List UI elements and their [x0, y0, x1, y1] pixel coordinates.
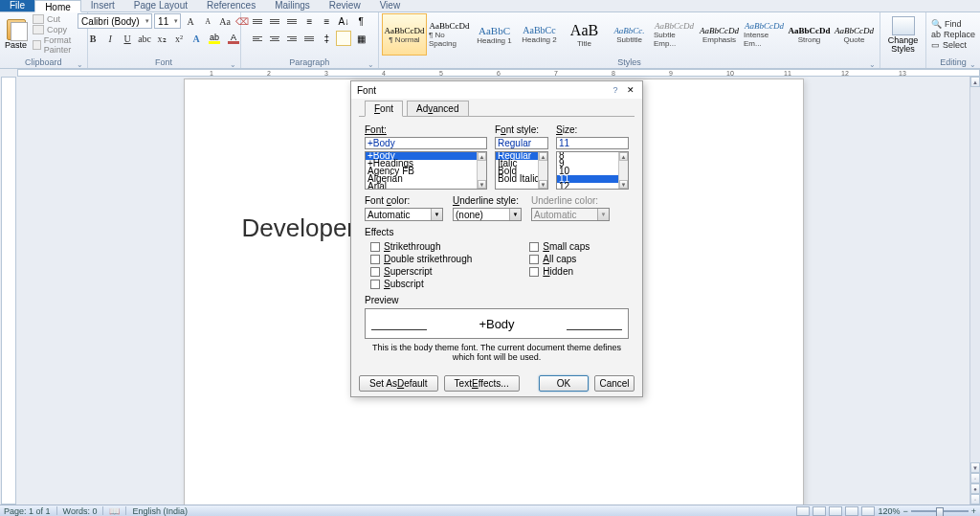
zoom-slider[interactable]: [911, 510, 969, 512]
select-button[interactable]: ▭Select: [929, 40, 977, 50]
size-listbox[interactable]: 89101112▲▼: [556, 151, 629, 190]
increase-indent-button[interactable]: ≡: [319, 13, 334, 29]
numbering-button[interactable]: [267, 13, 282, 29]
scroll-down-button[interactable]: ▼: [970, 462, 980, 473]
borders-button[interactable]: ▦: [353, 31, 368, 46]
tab-page-layout[interactable]: Page Layout: [124, 0, 197, 11]
list-item[interactable]: 8: [557, 152, 628, 160]
list-item[interactable]: Arial: [366, 183, 486, 190]
format-painter-button[interactable]: Format Painter: [31, 35, 84, 55]
dialog-help-button[interactable]: ?: [610, 85, 621, 95]
justify-button[interactable]: [301, 31, 317, 46]
zoom-in-button[interactable]: +: [971, 506, 976, 516]
sort-button[interactable]: A↓: [336, 13, 351, 29]
show-marks-button[interactable]: ¶: [353, 13, 368, 29]
superscript-button[interactable]: x²: [171, 31, 187, 46]
text-effects-button[interactable]: Text Effects...: [444, 375, 520, 392]
style-item-7[interactable]: AaBbCcDdEmphasis: [697, 13, 742, 56]
tab-review[interactable]: Review: [320, 0, 370, 11]
checkbox-small-caps[interactable]: Small caps: [529, 241, 590, 252]
align-left-button[interactable]: [250, 31, 265, 46]
line-spacing-button[interactable]: ‡: [319, 31, 334, 46]
cancel-button[interactable]: Cancel: [594, 375, 635, 392]
tab-file[interactable]: File: [0, 0, 34, 11]
list-item[interactable]: 12: [557, 183, 628, 190]
scroll-up-button[interactable]: ▲: [970, 77, 980, 87]
checkbox-all-caps[interactable]: All caps: [529, 254, 590, 264]
multilevel-button[interactable]: [284, 13, 300, 29]
bullets-button[interactable]: [250, 13, 265, 29]
style-item-5[interactable]: AaBbCc.Subtitle: [607, 13, 652, 56]
horizontal-ruler[interactable]: 12345678910111213: [17, 69, 980, 77]
bold-button[interactable]: B: [85, 31, 100, 46]
ok-button[interactable]: OK: [539, 375, 589, 392]
underline-style-dropdown[interactable]: (none)▼: [453, 208, 522, 221]
next-page-button[interactable]: ◦: [970, 494, 980, 505]
decrease-indent-button[interactable]: ≡: [301, 13, 317, 29]
status-words[interactable]: Words: 0: [63, 506, 98, 516]
paste-button[interactable]: Paste: [3, 17, 29, 52]
style-item-3[interactable]: AaBbCcHeading 2: [517, 13, 562, 56]
zoom-out-button[interactable]: −: [902, 506, 907, 516]
tab-view[interactable]: View: [370, 0, 411, 11]
font-color-dropdown[interactable]: Automatic▼: [365, 208, 443, 221]
vertical-ruler[interactable]: [1, 77, 16, 505]
style-item-9[interactable]: AaBbCcDdStrong: [787, 13, 832, 56]
style-item-1[interactable]: AaBbCcDd¶ No Spacing: [427, 13, 472, 56]
size-input[interactable]: [556, 137, 629, 149]
checkbox-strikethrough[interactable]: Strikethrough: [370, 241, 472, 252]
tab-mailings[interactable]: Mailings: [265, 0, 320, 11]
style-item-10[interactable]: AaBbCcDdQuote: [832, 13, 877, 56]
style-item-0[interactable]: AaBbCcDd¶ Normal: [382, 13, 427, 56]
replace-button[interactable]: abReplace: [929, 30, 977, 39]
tab-insert[interactable]: Insert: [81, 0, 124, 11]
tab-home[interactable]: Home: [34, 0, 81, 12]
change-styles-button[interactable]: Change Styles: [883, 16, 923, 54]
checkbox-double-strikethrough[interactable]: Double strikethrough: [370, 254, 472, 264]
style-item-8[interactable]: AaBbCcDdIntense Em...: [742, 13, 787, 56]
vertical-scrollbar[interactable]: ▲ ▼ ◦ ● ◦: [969, 77, 980, 505]
font-size-combo[interactable]: 11: [154, 13, 181, 29]
grow-font-button[interactable]: A: [183, 13, 198, 29]
highlight-button[interactable]: ab: [206, 31, 223, 46]
style-item-2[interactable]: AaBbCHeading 1: [472, 13, 517, 56]
dialog-titlebar[interactable]: Font ? ✕: [351, 81, 642, 99]
view-outline-button[interactable]: [845, 506, 858, 516]
align-center-button[interactable]: [267, 31, 282, 46]
set-as-default-button[interactable]: Set As Default: [359, 375, 438, 392]
style-item-6[interactable]: AaBbCcDdSubtle Emp...: [652, 13, 697, 56]
view-draft-button[interactable]: [861, 506, 875, 516]
checkbox-superscript[interactable]: Superscript: [370, 266, 472, 277]
dialog-close-button[interactable]: ✕: [625, 84, 636, 96]
underline-button[interactable]: U: [120, 31, 135, 46]
text-effects-button[interactable]: A: [189, 31, 204, 46]
shading-button[interactable]: [336, 31, 351, 46]
change-case-button[interactable]: Aa: [217, 13, 233, 29]
view-web-layout-button[interactable]: [829, 506, 842, 516]
font-name-combo[interactable]: Calibri (Body): [78, 13, 152, 29]
dialog-tab-advanced[interactable]: Advanced: [407, 101, 468, 116]
subscript-button[interactable]: x₂: [154, 31, 169, 46]
style-item-4[interactable]: AaBTitle: [562, 13, 607, 56]
font-color-button[interactable]: A: [225, 31, 242, 46]
prev-page-button[interactable]: ◦: [970, 473, 980, 483]
view-full-screen-button[interactable]: [813, 506, 826, 516]
shrink-font-button[interactable]: A: [200, 13, 215, 29]
align-right-button[interactable]: [284, 31, 300, 46]
checkbox-subscript[interactable]: Subscript: [370, 279, 472, 289]
dialog-tab-font[interactable]: Font: [365, 101, 403, 117]
italic-button[interactable]: I: [102, 31, 118, 46]
copy-button[interactable]: Copy: [31, 25, 84, 34]
font-style-listbox[interactable]: RegularItalicBoldBold Italic▲▼: [495, 151, 548, 190]
browse-object-button[interactable]: ●: [970, 483, 980, 494]
status-proof-icon[interactable]: 📖: [109, 506, 120, 516]
font-listbox[interactable]: +Body+HeadingsAgency FBAlgerianArial▲▼: [365, 151, 487, 190]
status-language[interactable]: English (India): [132, 506, 188, 516]
view-print-layout-button[interactable]: [796, 506, 810, 516]
cut-button[interactable]: Cut: [31, 14, 84, 24]
zoom-value[interactable]: 120%: [878, 506, 900, 516]
status-page[interactable]: Page: 1 of 1: [4, 506, 51, 516]
font-style-input[interactable]: [495, 137, 548, 149]
checkbox-hidden[interactable]: Hidden: [529, 266, 590, 277]
strike-button[interactable]: abc: [137, 31, 152, 46]
